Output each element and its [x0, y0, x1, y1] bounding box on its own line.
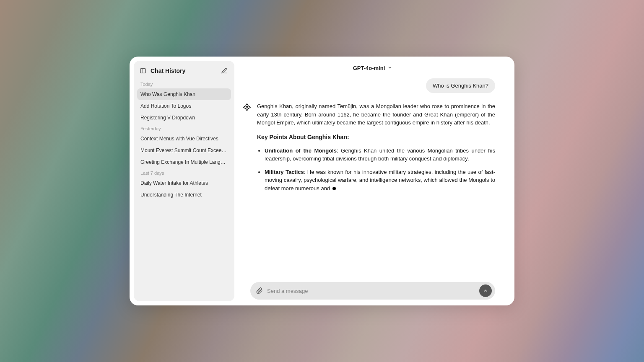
assistant-point: Military Tactics: He was known for his i…: [265, 168, 495, 193]
assistant-points-list: Unification of the Mongols: Genghis Khan…: [257, 147, 495, 193]
composer: [250, 282, 495, 300]
sidebar-header: Chat History: [137, 66, 231, 79]
sidebar: Chat History TodayWho Was Genghis KhanAd…: [134, 61, 234, 301]
assistant-content: Genghis Khan, originally named Temüjin, …: [257, 102, 495, 197]
model-selector[interactable]: GPT-4o-mini: [243, 62, 503, 77]
user-message-row: Who is Genghis Khan?: [243, 78, 503, 93]
user-message-bubble: Who is Genghis Khan?: [426, 78, 495, 93]
assistant-heading: Key Points About Genghis Khan:: [257, 133, 495, 142]
history-item[interactable]: Add Rotation To Logos: [137, 100, 231, 112]
assistant-intro: Genghis Khan, originally named Temüjin, …: [257, 102, 495, 127]
assistant-message-row: Genghis Khan, originally named Temüjin, …: [243, 102, 503, 197]
streaming-cursor: [332, 187, 336, 190]
assistant-avatar-icon: [243, 103, 252, 112]
assistant-point: Unification of the Mongols: Genghis Khan…: [265, 147, 495, 163]
section-label: Last 7 days: [137, 168, 231, 177]
section-label: Today: [137, 79, 231, 88]
new-chat-icon[interactable]: [220, 67, 229, 75]
section-label: Yesterday: [137, 124, 231, 133]
history-item[interactable]: Context Menus with Vue Directives: [137, 133, 231, 145]
panel-toggle-icon[interactable]: [139, 67, 147, 75]
send-button[interactable]: [479, 284, 492, 297]
chevron-down-icon: [387, 64, 392, 72]
history-item[interactable]: Greeting Exchange In Multiple Languages: [137, 156, 231, 168]
chat-body: Who is Genghis Khan? Genghis Khan, origi…: [243, 77, 503, 282]
app-window: Chat History TodayWho Was Genghis KhanAd…: [130, 57, 514, 305]
history-item[interactable]: Understanding The Internet: [137, 189, 231, 201]
svg-point-2: [246, 106, 248, 108]
svg-rect-0: [140, 69, 145, 73]
history-item[interactable]: Who Was Genghis Khan: [137, 88, 231, 100]
message-input[interactable]: [267, 288, 475, 294]
history-item[interactable]: Mount Everest Summit Count Exceeds 6000: [137, 145, 231, 156]
model-name: GPT-4o-mini: [353, 65, 385, 71]
history-item[interactable]: Registering V Dropdown: [137, 112, 231, 124]
history-item[interactable]: Daily Water Intake for Athletes: [137, 177, 231, 189]
main-panel: GPT-4o-mini Who is Genghis Khan? Genghis…: [239, 57, 514, 305]
sidebar-title: Chat History: [151, 67, 185, 74]
attach-icon[interactable]: [256, 287, 263, 294]
sidebar-title-wrap: Chat History: [139, 67, 185, 75]
